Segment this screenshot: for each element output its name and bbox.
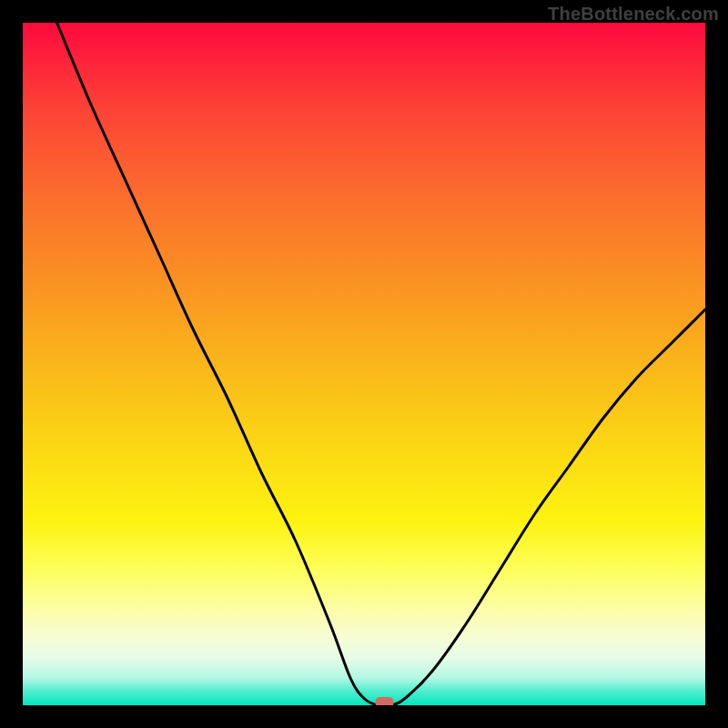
plot-area — [23, 23, 705, 705]
optimum-marker — [376, 697, 394, 705]
chart-svg — [23, 23, 705, 705]
bottleneck-curve-line — [57, 23, 706, 705]
attribution-text: TheBottleneck.com — [548, 4, 719, 25]
chart-frame: TheBottleneck.com — [0, 0, 728, 728]
